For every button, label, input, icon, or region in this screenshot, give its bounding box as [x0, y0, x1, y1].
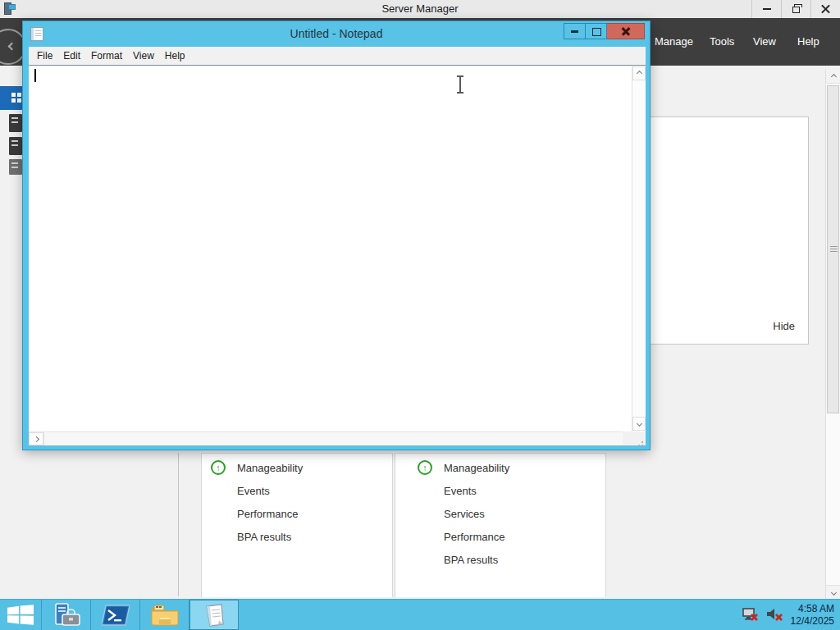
sidebar-item-dashboard[interactable]	[0, 86, 22, 110]
menu-view[interactable]: View	[130, 50, 158, 62]
tile-row-manageability[interactable]: ↑ Manageability	[202, 456, 392, 479]
notepad-icon	[201, 603, 227, 628]
tile-row-bpa-results[interactable]: BPA results	[395, 548, 605, 571]
scroll-up-button[interactable]	[826, 70, 840, 84]
ibeam-cursor	[455, 75, 465, 94]
taskbar: 4:58 AM 12/4/2025	[0, 599, 840, 630]
chevron-down-icon	[830, 589, 836, 595]
chevron-up-icon	[830, 73, 836, 79]
taskbar-server-manager-button[interactable]	[42, 600, 91, 630]
volume-muted-icon[interactable]	[766, 607, 783, 623]
tile-row-label: Manageability	[444, 462, 509, 474]
network-disconnected-icon[interactable]	[742, 607, 759, 623]
taskbar-clock[interactable]: 4:58 AM 12/4/2025	[791, 603, 834, 628]
tile-row-performance[interactable]: Performance	[202, 502, 392, 525]
close-button[interactable]	[607, 23, 645, 39]
menu-edit[interactable]: Edit	[60, 50, 84, 62]
tile-row-label: Performance	[237, 508, 298, 520]
taskbar-file-explorer-button[interactable]	[140, 600, 189, 630]
powershell-icon	[102, 605, 130, 626]
vertical-scrollbar[interactable]	[632, 66, 646, 431]
menu-help[interactable]: Help	[797, 18, 819, 66]
restore-icon	[792, 7, 800, 13]
tile-row-services[interactable]: Services	[395, 502, 605, 525]
restore-button[interactable]	[781, 0, 810, 18]
horizontal-scrollbar[interactable]	[29, 431, 623, 445]
server-manager-icon	[52, 603, 81, 628]
clock-date: 12/4/2025	[791, 615, 834, 628]
tile-row-performance[interactable]: Performance	[395, 525, 605, 548]
taskbar-notepad-button[interactable]	[189, 600, 239, 630]
chevron-up-icon	[636, 71, 641, 76]
tile-divider	[178, 453, 179, 596]
scroll-down-button[interactable]	[826, 585, 840, 599]
tile-row-label: BPA results	[237, 531, 291, 543]
close-button[interactable]	[810, 0, 840, 18]
tile-row-label: Events	[237, 485, 270, 497]
notepad-titlebar[interactable]: Untitled - Notepad	[23, 21, 650, 47]
hide-link[interactable]: Hide	[773, 320, 795, 332]
tile-row-events[interactable]: Events	[395, 479, 605, 502]
tile-row-label: Services	[444, 508, 485, 520]
desktop: Server Manager Manage Tools View Help Hi…	[0, 0, 840, 630]
file-explorer-icon	[151, 604, 179, 626]
notepad-title: Untitled - Notepad	[23, 21, 650, 47]
sidebar-item-file-storage[interactable]	[9, 159, 22, 175]
role-tile-1: ↑ Manageability Events Performance BPA r…	[201, 453, 393, 597]
menu-view[interactable]: View	[753, 18, 776, 66]
tile-row-label: Manageability	[237, 462, 303, 474]
chevron-right-icon	[33, 436, 39, 441]
scroll-down-button[interactable]	[632, 417, 646, 431]
server-manager-window-controls	[751, 0, 840, 18]
sidebar-item-all-servers[interactable]	[9, 137, 22, 155]
menu-tools[interactable]: Tools	[710, 18, 734, 66]
scroll-right-button[interactable]	[29, 432, 43, 445]
dashboard-scrollbar[interactable]	[825, 70, 840, 599]
minimize-icon	[763, 8, 771, 10]
server-manager-titlebar[interactable]: Server Manager	[0, 0, 840, 18]
scroll-up-button[interactable]	[632, 66, 646, 80]
tile-row-bpa-results[interactable]: BPA results	[202, 525, 392, 548]
taskbar-powershell-button[interactable]	[91, 600, 140, 630]
windows-logo-icon	[7, 605, 34, 625]
dashboard-icon	[11, 93, 21, 103]
menu-manage[interactable]: Manage	[655, 18, 693, 66]
menu-format[interactable]: Format	[88, 50, 126, 62]
tile-row-manageability[interactable]: ↑ Manageability	[395, 456, 605, 479]
scrollbar-thumb[interactable]	[827, 85, 839, 413]
back-arrow-icon	[8, 43, 16, 51]
green-up-arrow-icon: ↑	[418, 460, 432, 475]
start-button[interactable]	[0, 600, 42, 630]
clock-time: 4:58 AM	[791, 603, 834, 615]
notepad-text-area[interactable]	[29, 65, 646, 445]
notepad-window: Untitled - Notepad File Edit Format View…	[22, 21, 651, 450]
minimize-button[interactable]	[751, 0, 781, 18]
notepad-menubar: File Edit Format View Help	[29, 47, 646, 65]
sidebar-item-local-server[interactable]	[9, 114, 22, 132]
menu-help[interactable]: Help	[162, 50, 189, 62]
tile-row-events[interactable]: Events	[202, 479, 392, 502]
tile-row-label: Performance	[444, 531, 504, 543]
role-tile-2: ↑ Manageability Events Services Performa…	[395, 453, 606, 597]
notepad-window-controls	[564, 23, 645, 39]
tile-row-label: BPA results	[444, 554, 498, 566]
system-tray: 4:58 AM 12/4/2025	[742, 600, 840, 630]
minimize-button[interactable]	[564, 23, 586, 39]
maximize-button[interactable]	[586, 23, 607, 39]
chevron-down-icon	[636, 421, 641, 427]
tile-row-label: Events	[444, 485, 477, 497]
menu-file[interactable]: File	[34, 50, 56, 62]
resize-grip[interactable]	[623, 431, 646, 445]
text-caret	[34, 69, 36, 82]
server-manager-title: Server Manager	[0, 0, 840, 18]
green-up-arrow-icon: ↑	[211, 460, 226, 475]
